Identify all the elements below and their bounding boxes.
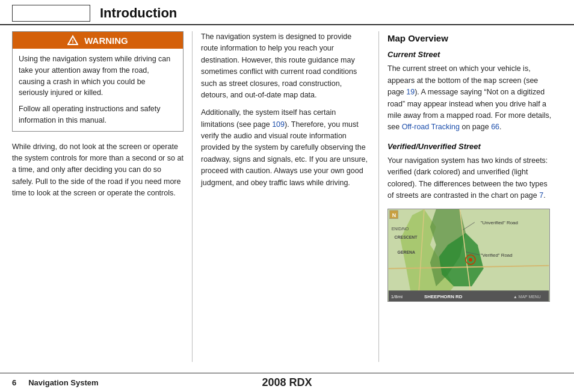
- verified-street-title: Verified/Unverified Street: [387, 141, 554, 153]
- svg-text:!: !: [72, 38, 74, 44]
- mid-para-2-end: ). Therefore, you must verify the audio …: [201, 120, 368, 187]
- warning-text-2: Follow all operating instructions and sa…: [19, 103, 177, 126]
- vt-start: Your navigation system has two kinds of …: [387, 156, 548, 200]
- verified-street-block: Verified/Unverified Street Your navigati…: [387, 141, 554, 202]
- mid-para-1: The navigation system is designed to pro…: [201, 31, 370, 101]
- page-title: Introduction: [100, 5, 177, 21]
- main-content: ! WARNING Using the navigation system wh…: [0, 25, 574, 368]
- svg-text:1/8mi: 1/8mi: [391, 294, 403, 299]
- current-street-block: Current Street The current street on whi…: [387, 49, 554, 133]
- right-column: Map Overview Current Street The current …: [379, 31, 554, 362]
- map-overview-title: Map Overview: [387, 31, 554, 45]
- link-19[interactable]: 19: [406, 88, 415, 96]
- left-paragraph: While driving, do not look at the screen…: [12, 141, 184, 200]
- cs-period: .: [499, 123, 501, 131]
- middle-column: The navigation system is designed to pro…: [193, 31, 379, 362]
- link-off-road[interactable]: Off-road Tracking: [402, 123, 460, 131]
- warning-body: Using the navigation system while drivin…: [13, 49, 183, 131]
- cs-link2-suffix: on page: [460, 123, 491, 131]
- svg-text:▲ MAP MENU: ▲ MAP MENU: [513, 295, 541, 299]
- footer-center-title: 2008 RDX: [262, 376, 312, 389]
- verified-text: Your navigation system has two kinds of …: [387, 155, 554, 202]
- svg-text:CRESCENT: CRESCENT: [395, 236, 418, 240]
- svg-text:SHEEPHORN RD: SHEEPHORN RD: [424, 294, 463, 299]
- svg-text:ENID/NO: ENID/NO: [392, 227, 409, 231]
- warning-box: ! WARNING Using the navigation system wh…: [12, 31, 184, 132]
- link-66[interactable]: 66: [491, 123, 499, 131]
- current-street-text: The current street on which your vehicle…: [387, 63, 554, 133]
- header-box: [12, 5, 90, 22]
- warning-label: WARNING: [84, 35, 128, 46]
- left-column: ! WARNING Using the navigation system wh…: [12, 31, 193, 362]
- footer: 6 Navigation System 2008 RDX: [0, 373, 574, 392]
- footer-page-number: 6: [12, 378, 16, 387]
- map-overview-section: Map Overview Current Street The current …: [387, 31, 554, 302]
- link-109[interactable]: 109: [272, 120, 285, 129]
- current-street-title: Current Street: [387, 49, 554, 61]
- warning-text-1: Using the navigation system while drivin…: [19, 54, 177, 99]
- svg-text:N: N: [392, 212, 396, 218]
- footer-nav-label: Navigation System: [28, 378, 98, 387]
- vt-period: .: [543, 191, 545, 200]
- svg-text:"Verified" Road: "Verified" Road: [481, 253, 513, 258]
- svg-point-19: [469, 258, 472, 262]
- map-image: "Unverified" Road "Verified" Road CRESCE…: [387, 209, 550, 302]
- mid-para-2: Additionally, the system itself has cert…: [201, 107, 370, 189]
- warning-triangle-icon: !: [67, 35, 78, 46]
- warning-header: ! WARNING: [13, 32, 183, 49]
- svg-text:GERENA: GERENA: [398, 250, 416, 254]
- svg-text:"Unverified" Road: "Unverified" Road: [481, 220, 518, 225]
- cs-map-word: map: [484, 76, 497, 85]
- header: Introduction: [0, 0, 574, 25]
